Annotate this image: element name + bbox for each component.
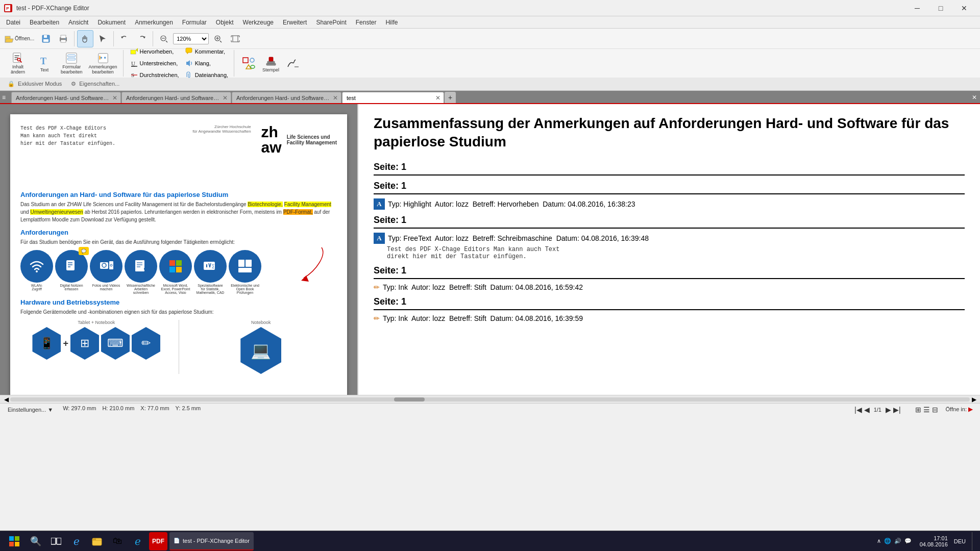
tab-3[interactable]: Anforderungen Hard- und Software für das… <box>232 92 341 103</box>
new-tab-button[interactable]: + <box>445 92 456 103</box>
show-desktop-button[interactable] <box>972 532 976 550</box>
exclusive-mode-button[interactable]: 🔒 Exklusiver Modus <box>4 79 65 89</box>
zoom-out-button[interactable] <box>156 30 172 47</box>
tab-2[interactable]: Anforderungen Hard- und Software für das… <box>121 92 231 103</box>
volume-icon[interactable]: 🔊 <box>894 538 901 544</box>
tab-1[interactable]: Anforderungen Hard- und Software für das… <box>11 92 121 103</box>
last-page-button[interactable]: ▶| <box>893 406 901 414</box>
scroll-thumb-h[interactable] <box>394 397 425 402</box>
annotation-ink1-row: ✏ Typ: Ink Autor: lozz Betreff: Stift Da… <box>374 283 965 291</box>
klang-button[interactable]: Klang, <box>183 58 231 69</box>
menu-formular[interactable]: Formular <box>178 18 211 27</box>
horizontal-scrollbar[interactable]: ◀ ▶ <box>0 395 980 403</box>
minimize-button[interactable]: ─ <box>905 0 929 16</box>
formular-bearbeiten-button[interactable]: Formularbearbeiten <box>58 51 85 76</box>
edge-icon[interactable]: ℯ <box>67 532 86 550</box>
first-page-button[interactable]: |◀ <box>854 406 862 414</box>
tab-4-close[interactable]: ✕ <box>435 94 440 102</box>
pdf-editor-icon[interactable]: PDF <box>149 532 167 550</box>
text-tool-button[interactable]: T Text <box>32 51 57 76</box>
plus-sign: + <box>63 338 68 349</box>
zoom-in-button[interactable] <box>210 30 226 47</box>
sign-button[interactable] <box>283 51 303 76</box>
nav-controls: |◀ ◀ 1/1 ▶ ▶| <box>854 406 901 414</box>
hervorheben-group: Hervorheben, U Unterstreichen, S Durchst… <box>128 46 182 81</box>
prev-page-button[interactable]: ◀ <box>864 406 870 414</box>
eigenschaften-button[interactable]: ⚙ Eigenschaften... <box>67 79 123 89</box>
save-button[interactable] <box>38 30 54 47</box>
store-icon[interactable]: 🛍 <box>108 532 127 550</box>
pdf-page: Test des PDF X-Chage Editors Man kann au… <box>10 114 347 395</box>
fit-page-button[interactable] <box>227 30 243 47</box>
kommentar-button[interactable]: Kommentar, <box>183 46 231 57</box>
pdf-viewer[interactable]: Test des PDF X-Chage Editors Man kann au… <box>0 104 357 395</box>
explorer-icon[interactable] <box>88 532 106 550</box>
menu-dokument[interactable]: Dokument <box>93 18 130 27</box>
menu-hilfe[interactable]: Hilfe <box>381 18 402 27</box>
active-app-label: test - PDF-XChange Editor <box>183 538 250 544</box>
status-right: |◀ ◀ 1/1 ▶ ▶| ⊞ ☰ ⊟ Öffne in: ▶ <box>854 405 976 414</box>
menu-datei[interactable]: Datei <box>2 18 24 27</box>
network-icon[interactable]: 🌐 <box>884 538 891 544</box>
start-button[interactable] <box>4 532 24 550</box>
menu-anmerkungen[interactable]: Anmerkungen <box>131 18 177 27</box>
hervorheben-button[interactable]: Hervorheben, <box>128 46 182 57</box>
view-facing-button[interactable]: ⊟ <box>932 406 938 414</box>
pdf-body-text-1: Das Studium an der ZHAW Life Sciences un… <box>20 201 337 223</box>
menu-werkzeuge[interactable]: Werkzeuge <box>239 18 278 27</box>
active-app-icon: 📄 <box>174 538 180 543</box>
anmerkungen-bearbeiten-button[interactable]: Anmerkungenbearbeiten <box>86 51 120 76</box>
task-view-icon[interactable] <box>47 532 65 550</box>
speech-icon[interactable]: 💬 <box>904 538 912 544</box>
hex-pen: ✏ <box>132 327 160 360</box>
search-taskbar-icon[interactable]: 🔍 <box>27 532 45 550</box>
durchstreichen-button[interactable]: S Durchstreichen, <box>128 69 182 81</box>
zoom-select[interactable]: 50%75%100% 120%150%200% <box>173 33 209 44</box>
menu-ansicht[interactable]: Ansicht <box>64 18 92 27</box>
hand-tool-button[interactable] <box>77 30 93 47</box>
scroll-left-button[interactable]: ◀ <box>2 396 10 403</box>
next-page-button[interactable]: ▶ <box>886 406 891 414</box>
tab-1-close[interactable]: ✕ <box>112 94 117 102</box>
feature-icons: WLAN-Zugriff 💬 Digital Notizenerfassen <box>20 250 337 294</box>
print-button[interactable] <box>55 30 71 47</box>
maximize-button[interactable]: □ <box>929 0 952 16</box>
stempel-button[interactable]: Stempel <box>260 51 282 76</box>
tab-list-button[interactable]: ≡ <box>2 92 11 103</box>
undo-button[interactable] <box>116 30 133 47</box>
tab-2-close[interactable]: ✕ <box>223 94 228 102</box>
open-button[interactable]: Öffnen... <box>2 30 37 47</box>
logo: zhaw <box>261 124 282 155</box>
menu-bearbeiten[interactable]: Bearbeiten <box>26 18 63 27</box>
status-bar: Einstellungen... ▼ W: 297.0 mm H: 210.0 … <box>0 403 980 415</box>
content-group: Inhaltändern T Text Formularbearbeiten A… <box>2 50 124 77</box>
clock[interactable]: 17:01 04.08.2016 <box>920 535 948 547</box>
inhalt-aendern-button[interactable]: Inhaltändern <box>5 51 31 76</box>
menu-sharepoint[interactable]: SharePoint <box>312 18 350 27</box>
open-in-button[interactable]: Öffne in: ▶ <box>942 405 976 414</box>
tab-close-all[interactable]: ✕ <box>969 92 980 103</box>
scroll-right-button[interactable]: ▶ <box>970 396 978 403</box>
app-icon: P <box>4 4 12 12</box>
settings-button[interactable]: Einstellungen... ▼ <box>4 405 57 414</box>
menu-erweitert[interactable]: Erweitert <box>279 18 311 27</box>
tab-1-label: Anforderungen Hard- und Software für das… <box>16 95 110 101</box>
close-button[interactable]: ✕ <box>952 0 976 16</box>
tab-3-close[interactable]: ✕ <box>333 94 338 102</box>
view-single-button[interactable]: ⊞ <box>915 406 921 414</box>
redo-button[interactable] <box>134 30 150 47</box>
dateianhang-button[interactable]: Dateianhang, <box>183 69 231 81</box>
active-app[interactable]: 📄 test - PDF-XChange Editor <box>169 532 254 550</box>
ie-icon[interactable]: ℯ <box>129 532 147 550</box>
chevron-icon[interactable]: ∧ <box>877 538 881 544</box>
menu-objekt[interactable]: Objekt <box>212 18 238 27</box>
open-label: Öffnen... <box>15 36 34 41</box>
shapes-button[interactable] <box>238 51 259 76</box>
select-tool-button[interactable] <box>94 30 111 47</box>
view-continuous-button[interactable]: ☰ <box>923 406 930 414</box>
unterstreichen-button[interactable]: U Unterstreichen, <box>128 58 182 69</box>
scroll-track-h[interactable] <box>10 397 970 402</box>
settings-label: Einstellungen... <box>8 407 46 413</box>
menu-fenster[interactable]: Fenster <box>352 18 381 27</box>
tab-4[interactable]: test ✕ <box>342 92 444 103</box>
